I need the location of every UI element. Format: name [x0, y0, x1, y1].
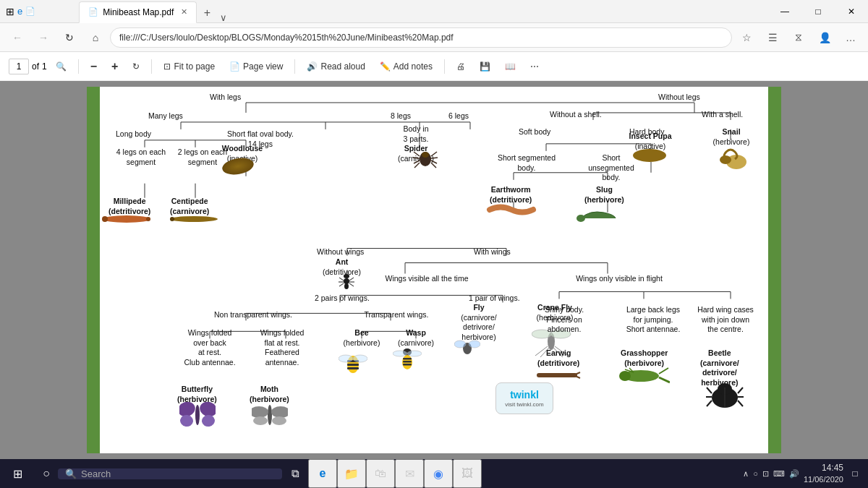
more-icon: ⋯ [530, 61, 539, 72]
slug-label: Slug(herbivore) [584, 185, 624, 205]
account-button[interactable]: 👤 [813, 26, 836, 49]
bee-image [339, 350, 367, 376]
fit-page-label: Fit to page [174, 61, 215, 72]
separator-4 [444, 59, 445, 74]
store-icon: 🛍 [375, 467, 386, 480]
beetle-image [705, 377, 745, 411]
immersive-reader-button[interactable]: 📖 [499, 55, 522, 78]
taskbar-search-bar[interactable]: 🔍 Search [58, 468, 282, 479]
large-back-legs-label: Large back legsfor jumping.Short antenna… [621, 305, 686, 335]
active-tab[interactable]: 📄 Minibeast Map.pdf ✕ [79, 1, 197, 23]
svg-rect-96 [403, 364, 412, 366]
svg-point-58 [422, 152, 429, 158]
taskbar: ⊞ ○ 🔍 Search ⧉ e 📁 🛍 ✉ ◉ 🖼 ∧ ○ ⊡ ⌨ 🔊 14:… [0, 459, 868, 488]
zoom-in-button[interactable]: + [106, 55, 124, 78]
refresh-button[interactable]: ↻ [58, 26, 81, 49]
save-button[interactable]: 💾 [474, 55, 496, 78]
svg-point-91 [353, 355, 367, 362]
navbar: ← → ↻ ⌂ file:///C:/Users/loulo/Desktop/B… [0, 23, 868, 52]
svg-rect-88 [347, 364, 359, 366]
spider-image [412, 146, 438, 172]
clock-date: 11/06/2020 [804, 474, 843, 485]
zoom-out-icon: − [90, 60, 97, 73]
cortana-button[interactable]: ○ [35, 459, 58, 488]
chrome-button[interactable]: ◉ [424, 459, 453, 488]
svg-line-59 [414, 152, 420, 156]
new-tab-button[interactable]: + [197, 3, 217, 23]
centipede-image [169, 214, 218, 224]
collections-button[interactable]: ☰ [761, 26, 784, 49]
pdf-page: With legs Without legs Many legs 8 legs … [87, 87, 781, 453]
2-pairs-label: 2 pairs of wings. [315, 294, 370, 304]
svg-line-75 [349, 283, 354, 286]
photos-button[interactable]: 🖼 [453, 459, 482, 488]
page-view-icon: 📄 [229, 61, 240, 72]
back-button[interactable]: ← [6, 26, 29, 49]
home-button[interactable]: ⌂ [84, 26, 107, 49]
short-seg-label: Short segmentedbody. [494, 153, 559, 173]
tab-close-icon[interactable]: ✕ [181, 7, 187, 17]
windows-icon: ⊞ [6, 6, 14, 17]
file-explorer-button[interactable]: 📁 [337, 459, 366, 488]
without-legs-label: Without legs [658, 93, 700, 103]
notification-center-button[interactable]: □ [848, 459, 862, 488]
svg-line-121 [707, 388, 712, 393]
maximize-button[interactable]: □ [801, 0, 835, 23]
pdf-viewer[interactable]: With legs Without legs Many legs 8 legs … [0, 81, 868, 459]
svg-point-107 [253, 416, 268, 425]
svg-point-99 [195, 405, 200, 425]
fit-to-page-button[interactable]: ⊡ Fit to page [158, 55, 221, 78]
transparent-label: Transparent wings. [353, 310, 440, 320]
tab-title: Minibeast Map.pdf [103, 7, 174, 17]
svg-line-66 [431, 163, 436, 168]
forward-button[interactable]: → [32, 26, 55, 49]
slug-image [575, 204, 618, 223]
start-button[interactable]: ⊞ [0, 459, 35, 488]
volume-icon[interactable]: 🔊 [789, 469, 799, 479]
grasshopper-label: Grasshopper(herbivore) [621, 348, 668, 368]
zoom-in-icon: + [111, 60, 118, 73]
rotate-button[interactable]: ↻ [127, 55, 145, 78]
add-notes-icon: ✏️ [380, 61, 391, 72]
favorites-button[interactable]: ☆ [735, 26, 758, 49]
more-tools-button[interactable]: ⋯ [524, 55, 545, 78]
read-aloud-icon: 🔊 [307, 61, 318, 72]
titlebar: ⊞ e 📄 📄 Minibeast Map.pdf ✕ + ∨ — □ ✕ [0, 0, 868, 23]
tab-list-icon[interactable]: ∨ [217, 12, 230, 23]
wings-folded-flat-label: Wings foldedflat at rest.Featheredantenn… [250, 328, 315, 368]
edge-taskbar-button[interactable]: e [308, 459, 337, 488]
address-bar[interactable]: file:///C:/Users/loulo/Desktop/BLOGS/Mon… [110, 27, 732, 48]
read-aloud-button[interactable]: 🔊 Read aloud [301, 55, 370, 78]
store-button[interactable]: 🛍 [366, 459, 395, 488]
minimize-button[interactable]: — [768, 0, 801, 23]
svg-point-52 [103, 215, 150, 223]
search-pdf-button[interactable]: 🔍 [50, 55, 72, 78]
add-notes-button[interactable]: ✏️ Add notes [374, 55, 438, 78]
with-shell-label: With a shell. [702, 110, 743, 120]
grasshopper-image [619, 367, 670, 385]
system-clock[interactable]: 14:45 11/06/2020 [804, 462, 843, 485]
wings-visible-label: Wings visible all the time [369, 274, 485, 284]
pdf-toolbar: of 1 🔍 − + ↻ ⊡ Fit to page 📄 Page view 🔊… [0, 52, 868, 81]
notification-icon: ○ [753, 469, 758, 478]
task-view-button[interactable]: ⧉ [282, 459, 308, 488]
page-number-input[interactable] [9, 59, 29, 74]
zoom-out-button[interactable]: − [85, 55, 103, 78]
print-button[interactable]: 🖨 [451, 55, 471, 78]
svg-point-103 [201, 414, 216, 428]
sys-tray-expand[interactable]: ∧ [743, 469, 749, 479]
svg-line-124 [738, 388, 743, 393]
mail-button[interactable]: ✉ [395, 459, 424, 488]
page-separator: of [32, 61, 39, 72]
svg-point-68 [344, 278, 349, 284]
page-view-label: Page view [243, 61, 283, 72]
ant-image [336, 272, 357, 289]
earthworm-image [486, 202, 537, 218]
close-button[interactable]: ✕ [835, 0, 868, 23]
extensions-button[interactable]: ⧖ [787, 26, 810, 49]
page-view-button[interactable]: 📄 Page view [224, 55, 289, 78]
settings-button[interactable]: … [839, 26, 862, 49]
svg-line-115 [659, 368, 668, 374]
soft-body-label: Soft body [519, 127, 550, 137]
svg-point-98 [407, 351, 422, 356]
